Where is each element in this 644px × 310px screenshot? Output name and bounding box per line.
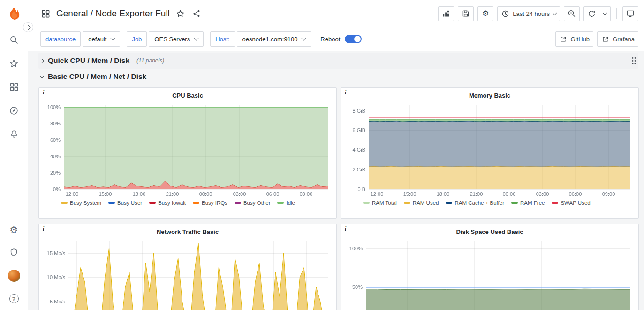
panel-info-icon[interactable]: i — [43, 89, 44, 96]
chevron-down-icon — [111, 36, 115, 40]
legend-item[interactable]: RAM Used — [404, 200, 439, 206]
user-avatar[interactable] — [8, 270, 20, 282]
legend-item[interactable]: SWAP Used — [552, 200, 590, 206]
legend-label: Busy System — [70, 200, 101, 206]
legend-color-swatch — [277, 202, 284, 204]
panel-title[interactable]: Network Traffic Basic — [43, 227, 332, 238]
cycle-view-mode-button[interactable] — [622, 6, 638, 21]
legend-label: Busy IRQs — [202, 200, 227, 206]
time-range-label: Last 24 hours — [513, 10, 550, 17]
var-reboot: Reboot — [320, 35, 362, 43]
starred-dashboards-icon[interactable] — [9, 58, 19, 69]
panel-disk-space-used-basic: i Disk Space Used Basic — [341, 224, 639, 310]
security-shield-icon[interactable] — [9, 247, 19, 257]
github-link-label: GitHub — [571, 36, 590, 43]
legend-item[interactable]: Busy Other — [235, 200, 271, 206]
legend-color-swatch — [404, 202, 410, 204]
chevron-down-icon — [194, 36, 199, 40]
share-icon[interactable] — [191, 8, 202, 19]
row-quick-cpu-mem-disk[interactable]: Quick CPU / Mem / Disk (11 panels) — [38, 53, 638, 69]
panel-memory-basic: i Memory Basic RAM TotalRAM UsedRAM Cach… — [341, 87, 639, 219]
save-dashboard-button[interactable] — [458, 6, 474, 21]
clock-icon — [501, 9, 509, 18]
legend-item[interactable]: RAM Free — [511, 200, 545, 206]
legend-item[interactable]: Busy System — [61, 200, 101, 206]
legend-label: Busy Other — [243, 200, 271, 206]
dashboard-actions: ⚙ Last 24 hours — [438, 6, 638, 21]
var-datasource-label: datasource — [40, 31, 81, 46]
panel-title[interactable]: Memory Basic — [345, 91, 634, 102]
alerting-bell-icon[interactable] — [9, 129, 19, 139]
help-icon[interactable]: ? — [9, 294, 19, 303]
legend-label: Busy Iowait — [158, 200, 186, 206]
legend-label: SWAP Used — [561, 200, 590, 206]
external-link-icon — [601, 35, 609, 43]
row-panel-count: (11 panels) — [136, 57, 164, 64]
legend-label: RAM Total — [372, 200, 397, 206]
legend-color-swatch — [511, 202, 518, 204]
var-host-select[interactable]: oesnode1.com:9100 — [237, 31, 311, 46]
settings-gear-icon[interactable]: ⚙ — [9, 225, 19, 235]
time-range-picker[interactable]: Last 24 hours — [497, 6, 560, 21]
var-job: Job OES Servers — [127, 31, 204, 46]
sidebar: ⚙ ? — [0, 0, 28, 310]
legend-color-swatch — [108, 202, 115, 204]
panel-info-icon[interactable]: i — [43, 225, 44, 232]
grafana-flame-icon — [7, 7, 21, 21]
sidebar-expand-button[interactable] — [23, 22, 33, 32]
cpu-basic-chart[interactable] — [43, 102, 332, 199]
network-traffic-basic-chart[interactable] — [43, 238, 332, 310]
save-floppy-icon — [462, 9, 470, 18]
legend-color-swatch — [552, 202, 558, 204]
legend-item[interactable]: RAM Total — [363, 200, 397, 206]
legend-item[interactable]: RAM Cache + Buffer — [446, 200, 504, 206]
panel-grid: i CPU Basic Busy SystemBusy UserBusy Iow… — [38, 87, 638, 310]
chevron-down-icon — [553, 10, 557, 15]
github-link-button[interactable]: GitHub — [555, 31, 593, 46]
legend-label: RAM Cache + Buffer — [455, 200, 504, 206]
legend-color-swatch — [363, 202, 370, 204]
grafana-logo[interactable] — [6, 6, 22, 22]
dashboards-icon[interactable] — [9, 82, 19, 92]
reboot-label: Reboot — [320, 36, 340, 43]
var-datasource-value: default — [88, 36, 106, 43]
panel-title[interactable]: Disk Space Used Basic — [345, 227, 634, 238]
row-basic-cpu-mem-net-disk[interactable]: Basic CPU / Mem / Net / Disk — [38, 69, 638, 85]
panel-network-traffic-basic: i Network Traffic Basic — [38, 224, 337, 310]
add-panel-button[interactable] — [438, 6, 454, 21]
disk-space-used-basic-chart[interactable] — [345, 238, 634, 310]
refresh-button[interactable] — [583, 6, 599, 21]
panel-info-icon[interactable]: i — [345, 225, 346, 232]
legend-color-swatch — [61, 202, 68, 204]
dashboard-title[interactable]: General / Node Exporter Full — [56, 8, 170, 19]
grafana-link-button[interactable]: Grafana — [597, 31, 638, 46]
chart-legend: Busy SystemBusy UserBusy IowaitBusy IRQs… — [61, 200, 332, 206]
panel-info-icon[interactable]: i — [345, 89, 346, 96]
favorite-star-icon[interactable] — [175, 8, 186, 19]
dashboard-body: Quick CPU / Mem / Disk (11 panels) Basic… — [28, 51, 644, 310]
legend-color-swatch — [446, 202, 452, 204]
legend-item[interactable]: Busy IRQs — [193, 200, 227, 206]
legend-item[interactable]: Busy Iowait — [149, 200, 186, 206]
row-title: Basic CPU / Mem / Net / Disk — [48, 72, 146, 81]
legend-item[interactable]: Idle — [277, 200, 295, 206]
legend-label: Busy User — [117, 200, 142, 206]
memory-basic-chart[interactable] — [345, 102, 634, 199]
tv-monitor-icon — [626, 9, 635, 18]
refresh-interval-dropdown[interactable] — [599, 6, 611, 21]
chevron-right-icon — [40, 58, 45, 63]
panel-title[interactable]: CPU Basic — [43, 91, 332, 102]
row-drag-handle[interactable] — [631, 57, 636, 65]
var-host-label: Host: — [210, 31, 235, 46]
var-job-label: Job — [127, 31, 147, 46]
zoom-out-time-button[interactable] — [564, 6, 580, 21]
panel-cpu-basic: i CPU Basic Busy SystemBusy UserBusy Iow… — [38, 87, 337, 219]
reboot-toggle[interactable] — [345, 35, 362, 43]
explore-compass-icon[interactable] — [9, 105, 19, 116]
var-datasource-select[interactable]: default — [83, 31, 120, 46]
var-job-select[interactable]: OES Servers — [149, 31, 204, 46]
dashboard-settings-button[interactable]: ⚙ — [477, 6, 493, 21]
search-icon[interactable] — [9, 35, 19, 45]
refresh-icon — [587, 9, 596, 18]
legend-item[interactable]: Busy User — [108, 200, 142, 206]
